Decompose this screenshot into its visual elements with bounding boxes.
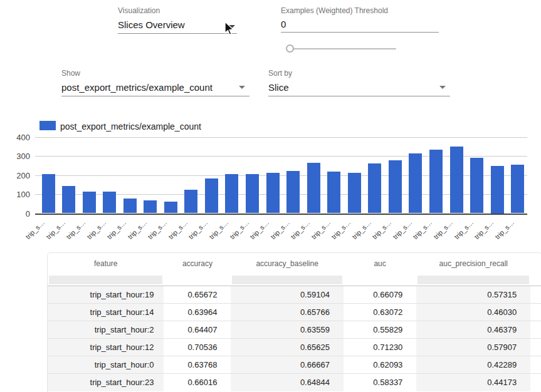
metric-cell: 0.63964: [164, 304, 231, 321]
metric-cell: 0.65142: [530, 374, 541, 391]
y-axis-tick-label: 100: [10, 190, 30, 199]
y-axis-tick-label: 400: [10, 133, 30, 142]
metric-cell: 0.63559: [231, 321, 343, 339]
chart-bar[interactable]: [389, 160, 402, 213]
metric-cell: 0.66016: [164, 374, 231, 391]
table-filter-cell[interactable]: [231, 274, 343, 286]
metrics-table-container: featureaccuracyaccuracy_baselineaucauc_p…: [47, 252, 541, 392]
metric-cell: 0.64407: [164, 321, 231, 339]
metric-cell: 0.63072: [344, 304, 416, 321]
table-filter-row: [48, 274, 541, 286]
metric-cell: 0.65766: [231, 304, 343, 321]
metric-cell: 0.42289: [416, 356, 530, 374]
chart-bar[interactable]: [266, 173, 280, 214]
table-filter-cell[interactable]: [48, 274, 164, 286]
chart-bar[interactable]: [348, 173, 361, 213]
chart-bar[interactable]: [184, 190, 197, 213]
table-header-cell[interactable]: auc: [344, 253, 416, 274]
table-row[interactable]: trip_start_hour:230.660160.648440.583370…: [48, 374, 541, 391]
y-axis-tick-label: 200: [10, 171, 30, 180]
feature-cell: trip_start_hour:23: [48, 374, 164, 391]
metric-cell: 0.55829: [344, 321, 416, 339]
metric-cell: 0.65672: [164, 286, 231, 304]
chart-bar[interactable]: [246, 174, 259, 213]
chart-bar[interactable]: [307, 163, 320, 213]
column-filter-box[interactable]: [232, 276, 342, 284]
metric-cell: 0.67816: [530, 321, 541, 339]
chart-bar[interactable]: [164, 202, 177, 213]
chart-bar[interactable]: [123, 199, 137, 213]
chart-bar[interactable]: [83, 192, 96, 214]
chart-bar[interactable]: [491, 166, 504, 214]
bar-chart: 0100200300400trip_s…trip_s…trip_s…trip_s…: [0, 0, 541, 250]
metric-cell: 0.63768: [164, 356, 231, 374]
x-axis-line: [35, 214, 527, 215]
metric-cell: 0.66667: [231, 356, 343, 374]
feature-cell: trip_start_hour:12: [48, 339, 164, 356]
metric-cell: 0.64844: [231, 374, 343, 391]
table-filter-cell: [530, 274, 541, 286]
y-axis-tick-label: 300: [10, 152, 30, 161]
mouse-cursor-icon: [224, 21, 234, 36]
table-row[interactable]: trip_start_hour:20.644070.635590.558290.…: [48, 321, 541, 339]
chart-bar[interactable]: [409, 153, 422, 213]
metric-cell: 0.62715: [530, 356, 541, 374]
chart-bar[interactable]: [62, 186, 75, 214]
chart-bar[interactable]: [429, 150, 443, 213]
metric-cell: 0.59104: [231, 286, 343, 304]
table-header-cell[interactable]: accuracy: [164, 253, 231, 274]
chart-bar[interactable]: [327, 172, 340, 213]
table-row[interactable]: trip_start_hour:140.639640.657660.630720…: [48, 304, 541, 321]
table-header-cell[interactable]: feature: [48, 253, 164, 274]
metrics-table: featureaccuracyaccuracy_baselineaucauc_p…: [48, 253, 541, 391]
table-filter-cell: [164, 274, 231, 286]
chart-bar[interactable]: [42, 174, 55, 214]
chart-bar[interactable]: [103, 192, 116, 213]
metric-cell: 0.46030: [416, 304, 530, 321]
chart-bar[interactable]: [144, 200, 157, 213]
metric-cell: 0.46379: [416, 321, 530, 339]
table-row[interactable]: trip_start_hour:120.705360.656250.712300…: [48, 339, 541, 356]
metric-cell: 0.71230: [344, 339, 416, 356]
feature-cell: trip_start_hour:19: [48, 286, 164, 304]
chart-bar[interactable]: [511, 165, 524, 213]
metric-cell: 0.64654: [530, 286, 541, 304]
chart-bar[interactable]: [225, 174, 238, 214]
metric-cell: 0.66079: [344, 286, 416, 304]
feature-cell: trip_start_hour:14: [48, 304, 164, 321]
y-axis-tick-label: 0: [10, 209, 30, 219]
table-filter-cell[interactable]: [416, 274, 530, 286]
column-filter-box[interactable]: [49, 276, 162, 284]
metric-cell: 0.58337: [344, 374, 416, 391]
chart-bar[interactable]: [205, 178, 218, 213]
table-row[interactable]: trip_start_hour:190.656720.591040.660790…: [48, 286, 541, 304]
chart-bar[interactable]: [470, 158, 483, 213]
metric-cell: 0.62093: [344, 356, 416, 374]
chart-bar[interactable]: [368, 163, 381, 213]
column-filter-box[interactable]: [418, 276, 529, 284]
table-header-cell[interactable]: accuracy_baseline: [231, 253, 343, 274]
metric-cell: 0.65625: [231, 339, 343, 356]
metric-cell: 0.70536: [164, 339, 231, 356]
metric-cell: 0.44173: [416, 374, 530, 391]
table-row[interactable]: trip_start_hour:00.637680.666670.620930.…: [48, 356, 541, 374]
feature-cell: trip_start_hour:2: [48, 321, 164, 339]
chart-bar[interactable]: [450, 147, 463, 214]
metric-cell: 0.63655: [530, 304, 541, 321]
feature-cell: trip_start_hour:0: [48, 356, 164, 374]
table-filter-cell: [344, 274, 416, 286]
gridline: [35, 137, 527, 138]
metric-cell: 0.57315: [416, 286, 530, 304]
table-header-cell[interactable]: auc_precision_recall: [416, 253, 530, 274]
metric-cell: 0.57703: [530, 339, 541, 356]
chart-bar[interactable]: [286, 171, 300, 213]
metric-cell: 0.57907: [416, 339, 530, 356]
table-header-cell[interactable]: average_loss: [530, 253, 541, 274]
table-header-row: featureaccuracyaccuracy_baselineaucauc_p…: [48, 253, 541, 274]
